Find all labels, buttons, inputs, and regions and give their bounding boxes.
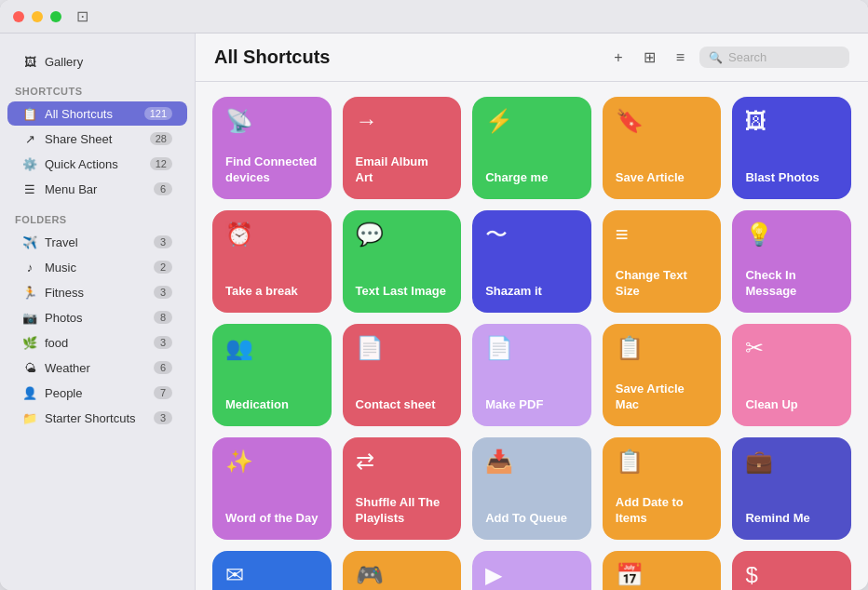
change-text-size-label: Change Text Size [616,268,709,300]
sidebar-folder-fitness[interactable]: 🏃 Fitness 3 [7,280,187,304]
sidebar-folder-people[interactable]: 👤 People 7 [7,381,187,405]
shortcut-card-gas-on-street[interactable]: 🎮 Gas On This Street [343,551,462,590]
app-window: ⊡ 🖼 Gallery Shortcuts 📋 All Shortcuts 12… [0,0,868,590]
change-text-size-icon: ≡ [616,223,709,246]
sidebar-folder-music[interactable]: ♪ Music 2 [7,255,187,279]
maximize-button[interactable] [50,11,61,22]
people-label: People [45,386,146,400]
word-of-day-icon: ✨ [225,450,319,473]
people-badge: 7 [154,386,172,399]
food-label: food [45,336,146,350]
contact-sheet-label: Contact sheet [356,397,449,413]
shortcut-card-clean-up[interactable]: ✂ Clean Up [732,324,851,426]
gas-on-street-icon: 🎮 [356,564,449,586]
email-album-icon: → [356,110,449,132]
add-shortcut-button[interactable]: + [608,46,628,70]
search-box: 🔍 [699,47,849,68]
starter-icon: 📁 [22,410,37,425]
shortcut-card-word-of-day[interactable]: ✨ Word of the Day [212,437,332,540]
find-connected-icon: 📡 [225,110,319,132]
add-date-items-label: Add Date to Items [616,495,709,527]
sidebar-item-menu-bar[interactable]: ☰ Menu Bar 6 [7,177,187,201]
gallery-icon: 🖼 [22,54,37,69]
sidebar: 🖼 Gallery Shortcuts 📋 All Shortcuts 121 … [0,34,196,590]
take-break-label: Take a break [225,284,319,300]
shortcut-card-email-myself[interactable]: ✉ Email Myself [212,551,332,590]
make-pdf-label: Make PDF [485,397,578,413]
how-many-days-icon: 📅 [616,564,709,586]
weather-label: Weather [45,361,146,375]
shortcut-card-text-last-image[interactable]: 💬 Text Last Image [343,210,462,313]
shortcut-card-sort-lines[interactable]: ▶ Sort Lines [472,551,591,590]
shortcut-card-make-pdf[interactable]: 📄 Make PDF [472,324,591,426]
travel-badge: 3 [154,235,172,248]
clean-up-icon: ✂ [745,337,838,359]
fitness-icon: 🏃 [22,285,37,300]
sidebar-folder-travel[interactable]: ✈️ Travel 3 [7,230,187,254]
fitness-label: Fitness [45,286,146,300]
sidebar-item-all-shortcuts[interactable]: 📋 All Shortcuts 121 [7,101,187,126]
add-date-items-icon: 📋 [616,450,709,473]
quick-actions-icon: ⚙️ [22,156,37,171]
shortcut-card-charge-me[interactable]: ⚡ Charge me [472,97,591,199]
content-header: All Shortcuts + ⊞ ≡ 🔍 [196,34,868,82]
grid-view-button[interactable]: ⊞ [638,45,661,70]
music-badge: 2 [154,261,172,274]
minimize-button[interactable] [32,11,43,22]
menu-bar-badge: 6 [154,182,172,195]
share-sheet-badge: 28 [150,132,172,145]
shortcut-card-save-article[interactable]: 🔖 Save Article [603,97,722,199]
music-icon: ♪ [22,260,37,275]
share-sheet-label: Share Sheet [45,132,142,146]
shortcut-card-email-album[interactable]: → Email Album Art [343,97,462,199]
travel-icon: ✈️ [22,235,37,249]
sidebar-toggle-button[interactable]: ⊡ [76,7,88,25]
sidebar-shortcuts-list: 📋 All Shortcuts 121 ↗ Share Sheet 28 ⚙️ … [0,101,195,201]
sidebar-item-quick-actions[interactable]: ⚙️ Quick Actions 12 [7,152,187,176]
shortcut-card-change-text-size[interactable]: ≡ Change Text Size [603,210,722,313]
text-last-image-icon: 💬 [356,223,449,246]
shortcuts-grid: 📡 Find Connected devices → Email Album A… [196,82,868,590]
all-shortcuts-badge: 121 [144,107,172,120]
shortcut-card-blast-photos[interactable]: 🖼 Blast Photos [732,97,851,199]
sidebar-folders-list: ✈️ Travel 3 ♪ Music 2 🏃 Fitness 3 📷 Phot… [0,230,195,430]
starter-badge: 3 [154,411,172,424]
sidebar-folder-food[interactable]: 🌿 food 3 [7,330,187,355]
shortcut-card-find-connected[interactable]: 📡 Find Connected devices [212,97,332,199]
save-article-icon: 🔖 [616,110,709,132]
shortcut-card-how-many-days[interactable]: 📅 How Many Days Until [603,551,722,590]
sort-lines-icon: ▶ [485,564,578,586]
shortcut-card-shuffle-playlists[interactable]: ⇄ Shuffle All The Playlists [343,437,462,540]
shortcut-card-take-break[interactable]: ⏰ Take a break [212,210,332,313]
weather-icon: 🌤 [22,360,37,375]
shortcut-card-add-to-queue[interactable]: 📥 Add To Queue [472,437,591,540]
fitness-badge: 3 [154,286,172,299]
list-view-button[interactable]: ≡ [671,46,690,70]
shortcut-card-add-date-items[interactable]: 📋 Add Date to Items [603,437,722,540]
shortcut-card-remind-me[interactable]: 💼 Remind Me [732,437,851,540]
shortcut-card-shazam-it[interactable]: 〜 Shazam it [472,210,591,313]
sidebar-folder-photos[interactable]: 📷 Photos 8 [7,305,187,329]
sidebar-item-gallery[interactable]: 🖼 Gallery [7,48,187,74]
photos-badge: 8 [154,311,172,324]
folders-section: Folders ✈️ Travel 3 ♪ Music 2 🏃 Fitness … [0,210,195,430]
search-icon: 🔍 [709,51,723,64]
sidebar-item-share-sheet[interactable]: ↗ Share Sheet 28 [7,127,187,151]
menu-bar-label: Menu Bar [45,182,146,196]
photos-label: Photos [45,311,146,325]
shortcut-card-save-article-mac[interactable]: 📋 Save Article Mac [603,324,722,426]
sidebar-folder-starter[interactable]: 📁 Starter Shortcuts 3 [7,406,187,430]
sidebar-folder-weather[interactable]: 🌤 Weather 6 [7,355,187,380]
gallery-label: Gallery [45,55,172,69]
shortcut-card-medication[interactable]: 👥 Medication [212,324,332,426]
close-button[interactable] [13,11,24,22]
clean-up-label: Clean Up [745,397,838,413]
shortcut-card-check-in-message[interactable]: 💡 Check In Message [732,210,851,313]
charge-me-icon: ⚡ [485,110,578,132]
shazam-it-label: Shazam it [485,284,578,300]
shortcut-card-calculate-tip[interactable]: $ Calculate Tip [732,551,851,590]
shortcut-card-contact-sheet[interactable]: 📄 Contact sheet [343,324,462,426]
search-input[interactable] [728,50,840,64]
check-in-message-icon: 💡 [745,223,838,246]
save-article-mac-label: Save Article Mac [616,382,709,413]
